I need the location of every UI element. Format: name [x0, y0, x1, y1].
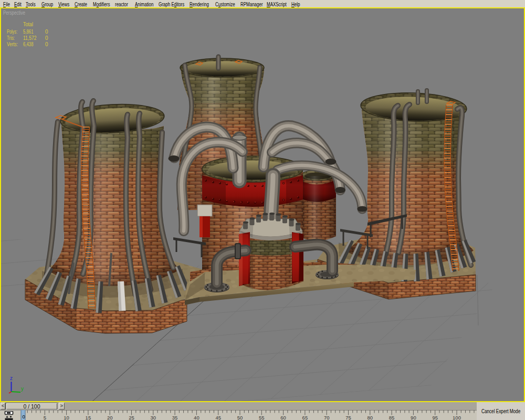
svg-text:0: 0 — [45, 41, 48, 47]
svg-text:45: 45 — [215, 415, 221, 420]
svg-text:30: 30 — [151, 415, 156, 420]
svg-text:55: 55 — [259, 415, 265, 420]
svg-text:Verts:: Verts: — [7, 41, 18, 47]
svg-text:10: 10 — [64, 415, 69, 420]
svg-text:90: 90 — [411, 415, 416, 420]
svg-text:z: z — [10, 375, 13, 381]
svg-text:6,438: 6,438 — [23, 41, 34, 47]
svg-text:20: 20 — [107, 415, 113, 420]
svg-text:95: 95 — [432, 415, 438, 420]
svg-text:85: 85 — [389, 415, 395, 420]
svg-text:70: 70 — [324, 415, 330, 420]
svg-text:35: 35 — [172, 415, 178, 420]
svg-text:100: 100 — [453, 415, 461, 420]
svg-text:Perspective: Perspective — [3, 9, 25, 16]
svg-text:25: 25 — [129, 415, 134, 420]
svg-text:y: y — [21, 386, 24, 392]
svg-text:80: 80 — [368, 415, 373, 420]
svg-text:Total: Total — [23, 21, 33, 27]
svg-text:40: 40 — [194, 415, 200, 420]
svg-text:11,572: 11,572 — [23, 35, 37, 41]
svg-text:Polys:: Polys: — [7, 28, 17, 35]
svg-text:15: 15 — [86, 415, 91, 420]
svg-text:Tris:: Tris: — [7, 35, 15, 41]
svg-text:50: 50 — [237, 415, 243, 420]
svg-text:65: 65 — [302, 415, 308, 420]
svg-text:0: 0 — [23, 414, 25, 419]
svg-text:5,861: 5,861 — [23, 28, 34, 35]
svg-text:0: 0 — [45, 35, 48, 41]
svg-text:0: 0 — [45, 28, 48, 35]
svg-text:60: 60 — [280, 415, 286, 420]
svg-text:75: 75 — [345, 415, 351, 420]
svg-text:5: 5 — [44, 415, 46, 420]
